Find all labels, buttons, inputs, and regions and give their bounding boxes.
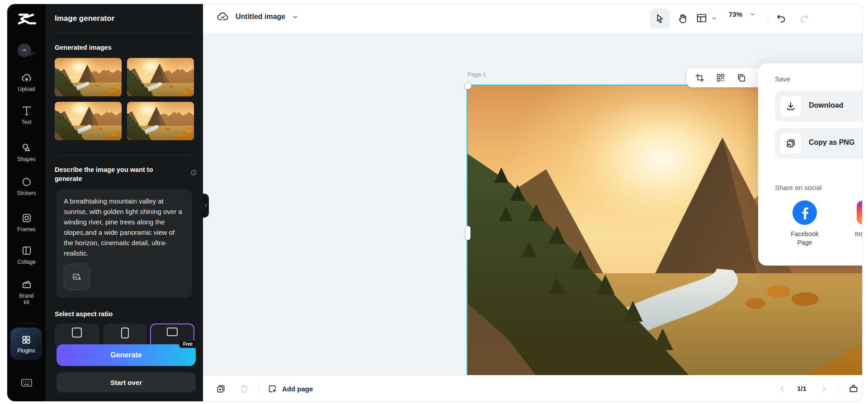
chevron-down-icon[interactable]	[292, 14, 298, 20]
close-icon	[218, 16, 227, 24]
sidebar-item-plugins[interactable]: Plugins	[10, 328, 42, 360]
free-badge: Free	[179, 340, 197, 348]
collage-icon	[21, 245, 33, 257]
sidebar-item-text[interactable]: Text	[7, 105, 46, 125]
sidebar-item-shapes[interactable]: Shapes	[7, 142, 46, 162]
page-indicator: 1/1	[797, 385, 807, 392]
image-plus-icon	[71, 271, 82, 282]
instagram-share-label: Instagram	[849, 230, 863, 238]
duplicate-page-button[interactable]	[213, 381, 228, 396]
generated-image-thumbnail[interactable]	[55, 58, 122, 96]
sidebar-item-label: Frames	[17, 226, 36, 233]
panel-divider	[55, 155, 194, 156]
sidebar-item-collage[interactable]: Collage	[7, 245, 46, 265]
add-page-button[interactable]: Add page	[267, 381, 313, 396]
keyboard-shortcuts-button[interactable]	[20, 377, 33, 388]
cursor-icon	[655, 13, 665, 24]
undo-button[interactable]	[774, 11, 788, 26]
resize-handle-left[interactable]	[465, 226, 471, 240]
sidebar-item-label: Plugins	[17, 347, 35, 354]
layout-grid-button[interactable]	[714, 71, 727, 85]
generated-image-thumbnail[interactable]	[127, 58, 194, 96]
chevron-down-icon	[750, 11, 755, 17]
panel-divider	[55, 32, 194, 33]
hand-tool-button[interactable]	[675, 11, 691, 26]
duplicate-button[interactable]	[735, 71, 748, 85]
redo-icon	[798, 13, 810, 24]
toolbar-divider	[768, 12, 768, 25]
duplicate-icon	[736, 73, 746, 83]
sidebar-item-label: Brand kit	[17, 293, 37, 305]
hand-icon	[677, 13, 689, 24]
select-tool-button[interactable]	[650, 9, 670, 29]
previous-page-button[interactable]	[774, 381, 790, 396]
zoom-level-control[interactable]: 73%	[729, 10, 755, 18]
layout-tool-button[interactable]	[696, 12, 717, 24]
close-panel-button[interactable]	[217, 14, 228, 26]
download-menu-item[interactable]: Download	[775, 91, 863, 122]
sidebar-item-stickers[interactable]: Stickers	[7, 176, 46, 196]
portrait-ratio-icon	[121, 328, 129, 338]
page-manager-icon	[848, 383, 859, 394]
instagram-share-button[interactable]	[857, 200, 863, 225]
undo-icon	[776, 13, 787, 24]
copy-image-icon	[785, 138, 796, 149]
start-over-button[interactable]: Start over	[57, 372, 196, 392]
layout-icon	[696, 12, 708, 24]
chevron-right-icon	[820, 385, 828, 393]
square-ratio-icon	[72, 328, 82, 337]
chevron-left-icon	[204, 204, 208, 208]
generate-button[interactable]: Generate Free	[57, 344, 196, 366]
facebook-icon	[793, 200, 817, 225]
plugins-icon	[21, 334, 32, 345]
generate-label: Generate	[110, 351, 142, 359]
save-dropdown-menu: Save Download Copy as PNG Share on socia…	[758, 63, 863, 266]
upload-cloud-icon	[21, 72, 33, 84]
download-menu-label: Download	[809, 101, 843, 109]
prompt-textarea[interactable]: A breathtaking mountain valley at sunris…	[57, 190, 192, 298]
prompt-text: A breathtaking mountain valley at sunris…	[64, 196, 186, 258]
add-page-icon	[267, 384, 278, 394]
generated-image-thumbnail[interactable]	[127, 102, 194, 140]
download-icon	[785, 101, 796, 112]
sidebar-item-frames[interactable]: Frames	[7, 212, 46, 233]
page-label: Page 1	[467, 71, 486, 78]
facebook-share-button[interactable]	[793, 200, 817, 225]
shapes-icon	[21, 142, 33, 154]
instagram-icon	[862, 205, 863, 220]
sidebar-item-upload[interactable]: Upload	[7, 72, 46, 92]
bottom-divider	[838, 383, 839, 394]
add-reference-image-button[interactable]	[64, 264, 90, 290]
crop-icon	[695, 73, 705, 83]
delete-page-button[interactable]	[236, 381, 252, 396]
sidebar-item-brand-kit[interactable]: Brand kit	[7, 279, 46, 305]
generated-image-thumbnail[interactable]	[55, 102, 122, 140]
save-section-heading: Save	[775, 75, 790, 83]
next-page-button[interactable]	[816, 381, 831, 396]
chevron-left-icon	[778, 385, 786, 393]
canvas-area[interactable]: Page 1 Save	[203, 33, 862, 375]
grid-icon	[716, 73, 726, 83]
copy-png-icon-tile	[780, 133, 801, 154]
generated-images-heading: Generated images	[55, 44, 112, 51]
page-manager-button[interactable]	[846, 381, 861, 396]
chevron-down-icon	[711, 15, 717, 21]
document-title[interactable]: Untitled image	[236, 13, 285, 21]
start-over-label: Start over	[110, 379, 142, 386]
collapse-panel-button[interactable]	[18, 43, 31, 57]
app-window: Design Upload Text Shapes Stickers Frame…	[7, 4, 863, 402]
crop-button[interactable]	[693, 71, 707, 85]
redo-button[interactable]	[797, 11, 811, 26]
chevron-up-icon	[21, 47, 28, 53]
share-section-heading: Share on social	[775, 184, 821, 191]
download-icon-tile	[780, 96, 801, 117]
zoom-level-value: 73%	[729, 10, 742, 18]
app-sidebar: Design Upload Text Shapes Stickers Frame…	[7, 4, 46, 401]
brand-kit-icon	[21, 279, 33, 290]
top-toolbar: Untitled image 73% Download all	[203, 4, 862, 33]
resize-handle-top-left[interactable]	[464, 82, 472, 90]
panel-title: Image generator	[55, 14, 114, 23]
copy-as-png-menu-item[interactable]: Copy as PNG	[775, 128, 863, 159]
panel-collapse-handle[interactable]	[203, 194, 209, 218]
trash-icon	[239, 384, 250, 394]
